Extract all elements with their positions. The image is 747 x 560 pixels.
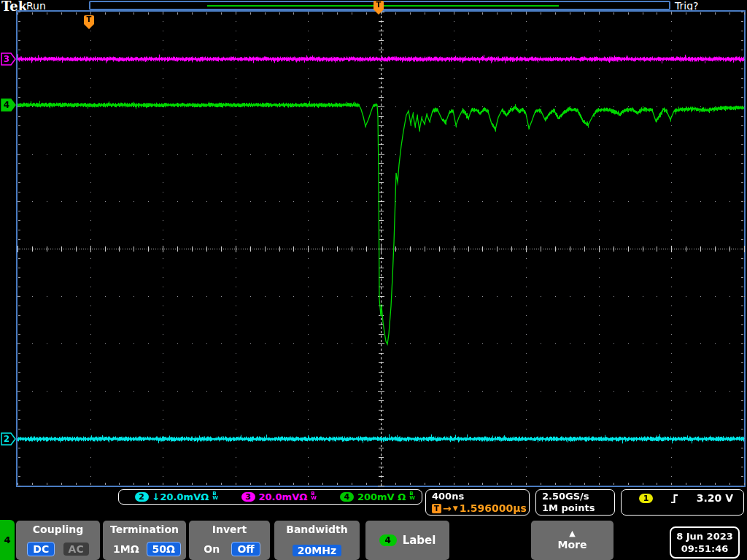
channel-3-bw-limit: BW (311, 491, 317, 500)
timebase-value: 400ns (432, 491, 529, 502)
rising-edge-icon (670, 493, 679, 504)
channel-2-badge: 2 (135, 492, 149, 502)
channel-2-readout[interactable]: 2 ↓20.0mVΩ BW (125, 491, 218, 502)
termination-title: Termination (106, 524, 183, 535)
channel-readout-bar[interactable]: 2 ↓20.0mVΩ BW 3 20.0mVΩ BW 4 200mV Ω BW (118, 489, 422, 505)
channel-4-marker[interactable]: 4 (1, 98, 17, 112)
trigger-level: 3.20 V (697, 492, 733, 504)
channel-4-badge: 4 (340, 492, 354, 502)
channel-3-badge: 3 (241, 492, 255, 502)
channel-4-bw-limit: BW (409, 491, 415, 500)
channel-2-marker-number: 2 (2, 434, 11, 444)
termination-50-option[interactable]: 50Ω (147, 542, 181, 556)
channel-2-scale: ↓20.0mVΩ (152, 491, 209, 502)
channel-2-bw-limit: BW (212, 491, 218, 500)
more-button[interactable]: ▲ More (531, 521, 614, 560)
more-title: More (558, 539, 587, 551)
label-title: Label (403, 534, 436, 547)
horizontal-readout[interactable]: 400ns T→▼1.596000µs (425, 489, 530, 516)
record-length: 1M points (542, 502, 614, 514)
channel-3-marker-number: 3 (2, 54, 11, 64)
channel-3-marker[interactable]: 3 (1, 52, 17, 66)
invert-button[interactable]: Invert On Off (189, 521, 270, 560)
trigger-position-marker[interactable]: T (84, 15, 94, 24)
trigger-delay-value: 1.596000µs (460, 502, 527, 514)
trigger-delay-readout: T→▼1.596000µs (432, 502, 529, 514)
coupling-dc-option[interactable]: DC (27, 542, 55, 556)
termination-button[interactable]: Termination 1MΩ 50Ω (103, 521, 186, 560)
coupling-ac-option[interactable]: AC (63, 542, 89, 556)
coupling-title: Coupling (19, 524, 97, 535)
date-text: 8 Jun 2023 (676, 530, 733, 542)
channel-3-readout[interactable]: 3 20.0mVΩ BW (224, 491, 317, 502)
channel-4-menu-tab[interactable]: 4 (0, 520, 15, 560)
invert-title: Invert (192, 524, 267, 535)
channel-3-scale: 20.0mVΩ (259, 491, 308, 502)
sample-rate: 2.50GS/s (542, 491, 614, 502)
channel-4-readout[interactable]: 4 200mV Ω BW (322, 491, 415, 502)
invert-on-option[interactable]: On (198, 542, 225, 556)
time-text: 09:51:46 (681, 542, 729, 555)
label-channel-badge: 4 (379, 534, 397, 546)
acquisition-readout[interactable]: 2.50GS/s 1M points (535, 489, 615, 516)
channel-2-marker[interactable]: 2 (1, 432, 17, 446)
up-triangle-icon: ▲ (569, 530, 575, 537)
bandwidth-value[interactable]: 20MHz (293, 545, 341, 556)
coupling-button[interactable]: Coupling DC AC (16, 521, 100, 560)
termination-1m-option[interactable]: 1MΩ (108, 542, 144, 556)
record-trigger-marker[interactable]: T (374, 1, 384, 9)
waveform-display (0, 0, 747, 560)
label-button[interactable]: 4 Label (365, 521, 449, 560)
channel-4-marker-number: 4 (2, 100, 11, 110)
invert-off-option[interactable]: Off (231, 542, 260, 556)
datetime-display: 8 Jun 2023 09:51:46 (670, 526, 740, 559)
trigger-delay-icon: T (432, 504, 441, 513)
bandwidth-button[interactable]: Bandwidth 20MHz (274, 521, 360, 560)
trigger-readout[interactable]: 1 3.20 V (621, 489, 744, 516)
bandwidth-title: Bandwidth (277, 524, 357, 535)
trigger-source-badge: 1 (639, 494, 653, 503)
channel-4-scale: 200mV Ω (357, 491, 406, 502)
